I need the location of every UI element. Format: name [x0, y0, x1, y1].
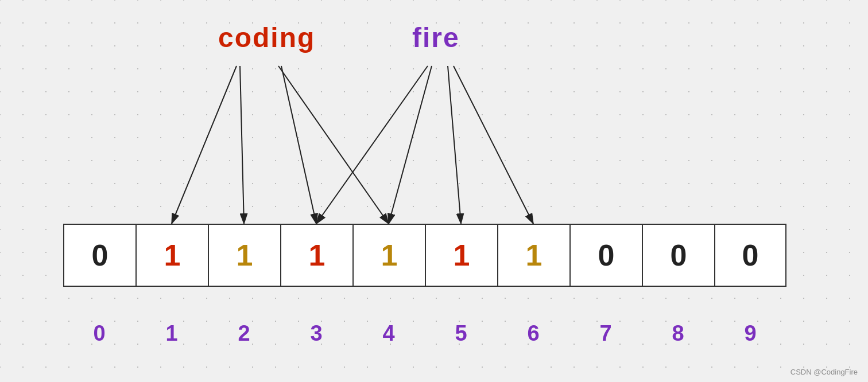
array-cell-4: 1 — [352, 224, 425, 287]
array-container: 0 1 1 1 1 1 1 0 0 0 — [63, 224, 786, 287]
array-cell-9: 0 — [714, 224, 786, 287]
array-cell-3: 1 — [280, 224, 352, 287]
svg-line-1 — [172, 66, 237, 224]
svg-line-7 — [448, 66, 461, 224]
fire-label: fire — [412, 22, 460, 53]
index-2: 2 — [208, 321, 280, 346]
coding-label: coding — [218, 22, 315, 53]
svg-line-6 — [389, 66, 432, 224]
svg-line-8 — [454, 66, 533, 224]
svg-line-4 — [278, 66, 389, 224]
svg-line-5 — [316, 66, 428, 224]
index-1: 1 — [135, 321, 208, 346]
index-5: 5 — [425, 321, 497, 346]
index-3: 3 — [280, 321, 352, 346]
svg-line-3 — [281, 66, 316, 224]
index-8: 8 — [642, 321, 714, 346]
array-cell-8: 0 — [642, 224, 714, 287]
array-cell-0: 0 — [63, 224, 135, 287]
array-cell-6: 1 — [497, 224, 569, 287]
index-7: 7 — [569, 321, 642, 346]
index-9: 9 — [714, 321, 786, 346]
index-4: 4 — [352, 321, 425, 346]
index-container: 0 1 2 3 4 5 6 7 8 9 — [63, 321, 786, 346]
array-cell-5: 1 — [425, 224, 497, 287]
array-cell-1: 1 — [135, 224, 208, 287]
svg-line-2 — [240, 66, 244, 224]
main-container: coding fire — [0, 0, 868, 382]
array-cell-2: 1 — [208, 224, 280, 287]
index-0: 0 — [63, 321, 135, 346]
index-6: 6 — [497, 321, 569, 346]
array-cell-7: 0 — [569, 224, 642, 287]
watermark: CSDN @CodingFire — [790, 368, 858, 376]
